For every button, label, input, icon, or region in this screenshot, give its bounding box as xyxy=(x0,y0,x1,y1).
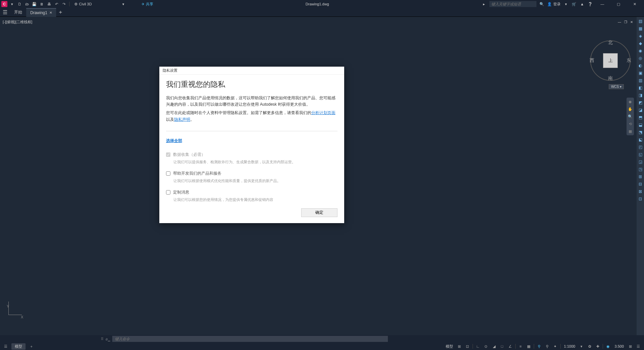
tool-icon-8[interactable]: ◨ xyxy=(637,92,643,98)
viewcube[interactable]: 北 南 东 西 上 xyxy=(590,40,631,81)
login-button[interactable]: 👤 登录 xyxy=(547,2,561,7)
search-input[interactable] xyxy=(489,1,536,7)
opt2-label-row[interactable]: 帮助开发我们的产品和服务 xyxy=(166,171,337,176)
app-store-icon[interactable]: ▲ xyxy=(579,1,585,7)
new-icon[interactable]: 🗋 xyxy=(17,1,22,7)
minimize-button[interactable]: — xyxy=(596,0,609,8)
compass-west[interactable]: 西 xyxy=(590,58,594,64)
sb-icon-c[interactable]: ✦ xyxy=(552,343,558,349)
redo-icon[interactable]: ↷ xyxy=(61,1,67,7)
sb-icon-a[interactable]: ⚲ xyxy=(536,343,542,349)
orbit-icon[interactable]: ⟲ xyxy=(628,121,633,127)
app-icon[interactable]: C xyxy=(1,1,7,7)
layout-add-icon[interactable]: ＋ xyxy=(28,343,34,349)
tool-icon-4[interactable]: ◐ xyxy=(637,63,643,69)
privacy-link[interactable]: 隐私声明 xyxy=(174,117,190,122)
sb-plus-icon[interactable]: ✚ xyxy=(595,343,601,349)
compass-east[interactable]: 东 xyxy=(627,58,631,64)
tool-icon-18[interactable]: ◳ xyxy=(637,166,643,172)
sb-globe-icon[interactable]: ◉ xyxy=(605,343,611,349)
tool-icon-9[interactable]: ◩ xyxy=(637,100,643,106)
tool-icon-13[interactable]: ⬔ xyxy=(637,129,643,135)
grid-icon[interactable]: ⊞ xyxy=(456,343,462,349)
tool-icon-7[interactable]: ◧ xyxy=(637,85,643,91)
wcs-label[interactable]: WCS ▾ xyxy=(609,84,624,89)
opt3-label-row[interactable]: 定制消息 xyxy=(166,189,337,195)
compass-north[interactable]: 北 xyxy=(608,40,613,46)
tool-icon-6[interactable]: ▥ xyxy=(637,77,643,83)
transparency-icon[interactable]: ▦ xyxy=(526,343,532,349)
vp-minimize-icon[interactable]: — xyxy=(617,20,622,24)
tool-icon-5[interactable]: ▣ xyxy=(637,70,643,76)
tab-close-icon[interactable]: ✕ xyxy=(49,11,52,14)
snap-icon[interactable]: ⊡ xyxy=(465,343,471,349)
vp-restore-icon[interactable]: ❐ xyxy=(623,20,628,24)
select-all-link[interactable]: 选择全部 xyxy=(166,138,182,144)
opt2-checkbox[interactable] xyxy=(166,171,170,176)
tool-icon-3[interactable]: ◎ xyxy=(637,55,643,61)
ok-button[interactable]: 确定 xyxy=(301,208,337,217)
pan-icon[interactable]: ✋ xyxy=(628,106,633,112)
sb-icon-b[interactable]: ⚲ xyxy=(544,343,550,349)
otrack-icon[interactable]: ∠ xyxy=(507,343,513,349)
sb-units-icon[interactable]: ⊞ xyxy=(627,343,633,349)
properties-icon[interactable]: ▦ xyxy=(637,26,643,32)
workspace-selector[interactable]: ⚙ Civil 3D xyxy=(74,2,92,6)
tool-icon-14[interactable]: ⬕ xyxy=(637,137,643,143)
cmd-handle-icon[interactable]: ⠿ xyxy=(101,337,104,341)
analytics-link[interactable]: 分析计划页面 xyxy=(311,110,335,115)
tab-drawing1[interactable]: Drawing1 ✕ xyxy=(26,8,56,17)
tab-start[interactable]: 开始 xyxy=(10,8,26,17)
menu-icon[interactable]: ☰ xyxy=(0,9,10,15)
share-button[interactable]: ✈ 共享 xyxy=(142,2,153,7)
annotation-scale[interactable]: 1:1000 xyxy=(563,344,577,348)
sb-gear-icon[interactable]: ✿ xyxy=(587,343,593,349)
command-input[interactable] xyxy=(112,336,388,342)
tool-icon-22[interactable]: ⊡ xyxy=(637,196,643,202)
opt3-checkbox[interactable] xyxy=(166,190,170,195)
model-label[interactable]: 模型 xyxy=(444,344,454,349)
compass-south[interactable]: 南 xyxy=(608,75,613,81)
workspace-dropdown-icon[interactable]: ▾ xyxy=(121,1,126,7)
tool-icon-21[interactable]: ⊠ xyxy=(637,188,643,195)
decimal-value[interactable]: 3.500 xyxy=(613,344,625,348)
dropdown-icon[interactable]: ▾ xyxy=(9,1,15,7)
saveas-icon[interactable]: 🗎 xyxy=(39,1,44,7)
layer-icon[interactable]: ◈ xyxy=(637,33,643,39)
help-icon[interactable]: ❔ xyxy=(588,1,593,7)
dialog-titlebar[interactable]: 隐私设置 xyxy=(159,67,344,75)
viewcube-top-face[interactable]: 上 xyxy=(603,53,618,68)
isodraft-icon[interactable]: ◢ xyxy=(491,343,497,349)
viewport-label[interactable]: [-][俯视][二维线框] xyxy=(3,20,32,25)
search-icon[interactable]: 🔍 xyxy=(539,1,545,7)
tool-icon-19[interactable]: ⊞ xyxy=(637,174,643,180)
osnap-icon[interactable]: □ xyxy=(499,343,505,349)
tool-icon-12[interactable]: ⬓ xyxy=(637,122,643,128)
save-icon[interactable]: 💾 xyxy=(32,1,37,7)
model-tab[interactable]: 模型 xyxy=(11,343,26,350)
zoom-icon[interactable]: 🔍 xyxy=(628,114,633,119)
maximize-button[interactable]: ▢ xyxy=(612,0,625,8)
toolspace-icon[interactable]: ▤ xyxy=(637,18,643,24)
tool-icon-10[interactable]: ◪ xyxy=(637,107,643,113)
login-dropdown-icon[interactable]: ▾ xyxy=(563,1,569,7)
cart-icon[interactable]: 🛒 xyxy=(571,1,577,7)
tool-icon-11[interactable]: ⬒ xyxy=(637,114,643,120)
tool-icon-15[interactable]: ◰ xyxy=(637,144,643,150)
tool-icon-16[interactable]: ◱ xyxy=(637,151,643,158)
tool-icon-17[interactable]: ◲ xyxy=(637,159,643,165)
open-icon[interactable]: 🗁 xyxy=(24,1,30,7)
polar-icon[interactable]: ⊙ xyxy=(483,343,489,349)
sb-customize-icon[interactable]: ☰ xyxy=(635,343,641,349)
vp-close-icon[interactable]: ✕ xyxy=(629,20,634,24)
tool-icon[interactable]: ◆ xyxy=(637,40,643,46)
search-caret-icon[interactable]: ▸ xyxy=(481,1,487,7)
lineweight-icon[interactable]: ≡ xyxy=(518,343,524,349)
undo-icon[interactable]: ↶ xyxy=(54,1,59,7)
close-button[interactable]: ✕ xyxy=(628,0,641,8)
tool-icon-20[interactable]: ⊟ xyxy=(637,181,643,187)
cmd-prompt-icon[interactable]: ⌕_ xyxy=(106,337,110,341)
plot-icon[interactable]: 🖶 xyxy=(46,1,52,7)
showmotion-icon[interactable]: ▦ xyxy=(628,129,633,134)
tool-icon-2[interactable]: ◉ xyxy=(637,48,643,54)
